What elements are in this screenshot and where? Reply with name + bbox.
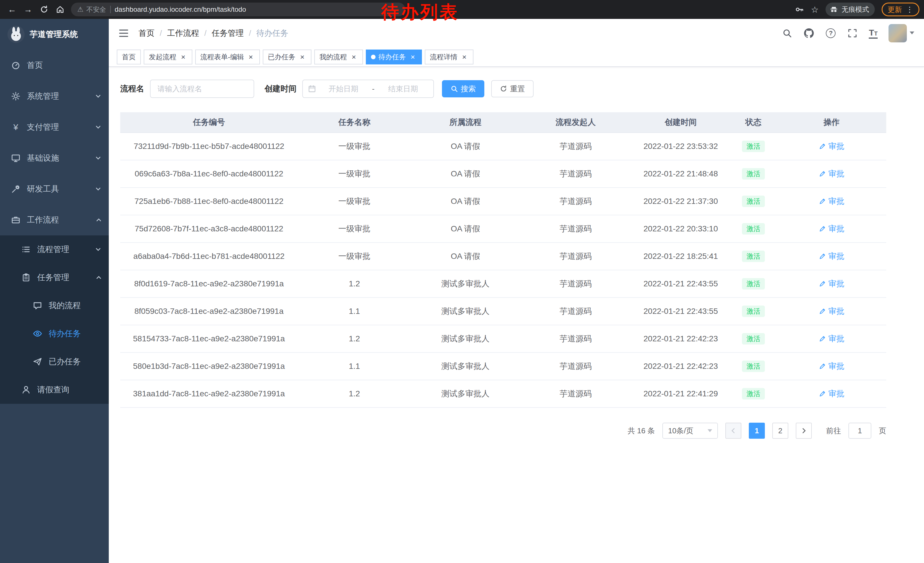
process-name-input[interactable] (150, 80, 254, 98)
close-icon[interactable]: × (460, 53, 468, 61)
clipboard-icon (21, 273, 31, 282)
briefcase-icon (11, 215, 21, 225)
column-header: 任务名称 (298, 117, 411, 128)
breadcrumb-workflow[interactable]: 工作流程 (167, 28, 199, 39)
close-icon[interactable]: × (298, 53, 306, 61)
approve-link[interactable]: 审批 (819, 278, 844, 289)
close-icon[interactable]: × (409, 53, 417, 61)
task-id-cell: 8f059c03-7ac8-11ec-a9e2-a2380e71991a (120, 307, 298, 316)
sidebar-item-infrastructure[interactable]: 基础设施 (0, 143, 109, 174)
page-button-2[interactable]: 2 (772, 423, 788, 439)
bookmark-star-icon[interactable]: ☆ (811, 5, 819, 15)
edit-icon (819, 170, 826, 177)
sidebar: 芋道管理系统 首页 系统管理 ¥ 支付管理 (0, 19, 109, 563)
approve-link[interactable]: 审批 (819, 141, 844, 152)
task-id-cell: 069c6a63-7b8a-11ec-8ef0-acde48001122 (120, 169, 298, 179)
tab-home[interactable]: 首页 (117, 50, 141, 65)
table-row: a6aba0a4-7b6d-11ec-b781-acde48001122 一级审… (120, 243, 886, 270)
table-row: 8f0d1619-7ac8-11ec-a9e2-a2380e71991a 1.2… (120, 270, 886, 298)
tab-start-process[interactable]: 发起流程 × (144, 50, 192, 65)
home-icon (56, 5, 64, 14)
paper-plane-icon (33, 357, 42, 366)
browser-back-button[interactable]: ← (4, 2, 20, 17)
approve-link[interactable]: 审批 (819, 224, 844, 234)
browser-home-button[interactable] (52, 2, 68, 17)
omnibox-divider (110, 6, 111, 13)
approve-link[interactable]: 审批 (819, 306, 844, 317)
sidebar-item-my-process[interactable]: 我的流程 (0, 291, 109, 320)
prev-page-button[interactable] (725, 423, 741, 439)
action-cell: 审批 (777, 361, 886, 372)
column-header: 流程发起人 (520, 117, 632, 128)
sidebar-item-label: 已办任务 (49, 356, 102, 367)
sidebar-item-devtools[interactable]: 研发工具 (0, 174, 109, 204)
security-status[interactable]: ⚠ 不安全 (77, 5, 106, 14)
end-date-placeholder: 结束日期 (378, 84, 428, 94)
sidebar-item-system[interactable]: 系统管理 (0, 81, 109, 112)
user-menu[interactable] (888, 24, 914, 42)
tab-todo-tasks[interactable]: 待办任务 × (366, 50, 422, 65)
monitor-icon (11, 153, 21, 163)
page-size-select[interactable]: 10条/页 (662, 423, 718, 439)
sidebar-item-task-management[interactable]: 任务管理 (0, 263, 109, 291)
incognito-label: 无痕模式 (842, 5, 869, 14)
browser-reload-button[interactable] (37, 2, 51, 17)
browser-forward-button[interactable]: → (21, 2, 36, 17)
approve-link[interactable]: 审批 (819, 168, 844, 179)
edit-icon (819, 143, 826, 150)
approve-link[interactable]: 审批 (819, 388, 844, 399)
sidebar-item-label: 我的流程 (49, 300, 102, 311)
github-icon[interactable] (804, 28, 814, 39)
breadcrumb-home[interactable]: 首页 (138, 28, 154, 39)
chevron-down-icon (95, 246, 102, 252)
sidebar-item-label: 支付管理 (27, 122, 95, 132)
sidebar-toggle-button[interactable] (118, 27, 129, 39)
table-row: 725a1eb6-7b88-11ec-8ef0-acde48001122 一级审… (120, 188, 886, 215)
search-button[interactable]: 搜索 (442, 80, 484, 98)
app-title: 芋道管理系统 (30, 29, 78, 40)
avatar (888, 24, 907, 42)
browser-update-button[interactable]: 更新 ⋮ (882, 3, 920, 17)
browser-menu-icon[interactable]: ⋮ (906, 5, 914, 14)
approve-link[interactable]: 审批 (819, 196, 844, 207)
sidebar-item-workflow[interactable]: 工作流程 (0, 204, 109, 236)
sidebar-item-leave-query[interactable]: 请假查询 (0, 376, 109, 404)
font-size-icon[interactable]: TT (869, 28, 878, 39)
goto-page-input[interactable] (848, 423, 872, 439)
fullscreen-icon[interactable] (847, 28, 858, 39)
address-bar[interactable]: ⚠ 不安全 dashboard.yudao.iocoder.cn/bpm/tas… (71, 3, 405, 17)
status-cell: 激活 (730, 223, 777, 235)
approve-link[interactable]: 审批 (819, 361, 844, 372)
tab-process-form-edit[interactable]: 流程表单-编辑 × (195, 50, 260, 65)
sidebar-item-label: 系统管理 (27, 91, 95, 102)
approve-link[interactable]: 审批 (819, 251, 844, 262)
sidebar-item-payment[interactable]: ¥ 支付管理 (0, 112, 109, 143)
reset-button[interactable]: 重置 (491, 80, 534, 98)
sidebar-item-done-tasks[interactable]: 已办任务 (0, 348, 109, 376)
app-logo[interactable]: 芋道管理系统 (0, 19, 109, 50)
search-icon[interactable] (782, 28, 793, 39)
process-cell: OA 请假 (411, 141, 520, 152)
close-icon[interactable]: × (247, 53, 255, 61)
tab-my-process[interactable]: 我的流程 × (314, 50, 363, 65)
close-icon[interactable]: × (179, 53, 187, 61)
total-count-label: 共 16 条 (628, 426, 655, 436)
sidebar-item-todo-tasks[interactable]: 待办任务 (0, 320, 109, 348)
approve-link[interactable]: 审批 (819, 333, 844, 344)
tab-process-detail[interactable]: 流程详情 × (425, 50, 474, 65)
breadcrumb-task-management[interactable]: 任务管理 (212, 28, 244, 39)
sidebar-item-process-management[interactable]: 流程管理 (0, 236, 109, 263)
next-page-button[interactable] (796, 423, 812, 439)
close-icon[interactable]: × (350, 53, 358, 61)
task-name-cell: 一级审批 (298, 196, 411, 207)
breadcrumb-separator: / (249, 29, 251, 38)
tab-done-tasks[interactable]: 已办任务 × (263, 50, 311, 65)
sidebar-item-home[interactable]: 首页 (0, 50, 109, 81)
page-button-1[interactable]: 1 (749, 423, 765, 439)
help-icon[interactable]: ? (825, 28, 836, 39)
status-cell: 激活 (730, 278, 777, 290)
column-header: 所属流程 (411, 117, 520, 128)
process-cell: OA 请假 (411, 196, 520, 207)
password-key-icon[interactable] (795, 5, 804, 14)
date-range-picker[interactable]: 开始日期 - 结束日期 (302, 80, 434, 98)
